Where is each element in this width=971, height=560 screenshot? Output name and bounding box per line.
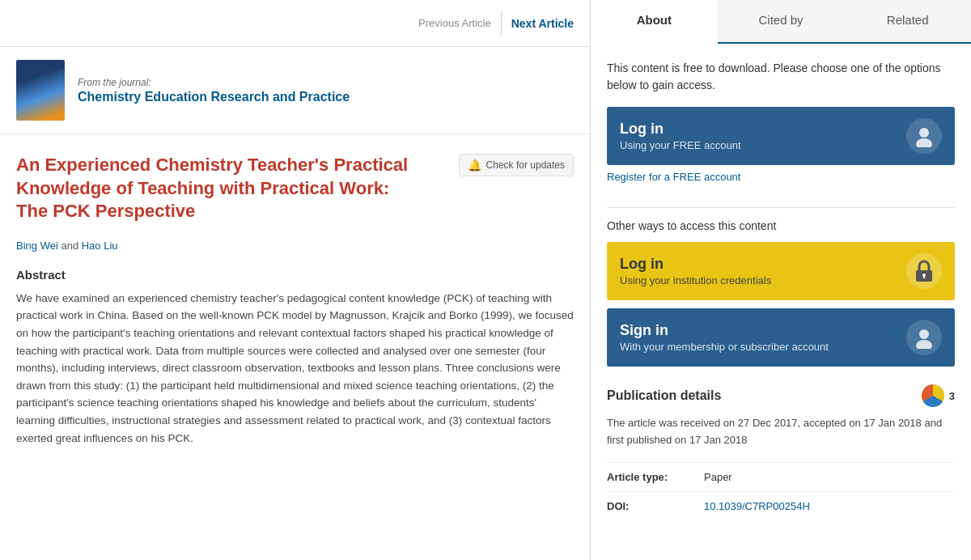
article-body: An Experienced Chemistry Teacher's Pract… (0, 134, 590, 463)
journal-name[interactable]: Chemistry Education Research and Practic… (78, 90, 350, 104)
article-type-label: Article type: (607, 471, 704, 483)
svg-rect-4 (923, 275, 925, 278)
doi-row: DOI: 10.1039/C7RP00254H (607, 491, 955, 520)
register-link[interactable]: Register for a FREE account (607, 171, 740, 183)
title-row: An Experienced Chemistry Teacher's Pract… (16, 154, 574, 236)
check-updates-label: Check for updates (486, 159, 565, 171)
author-hao-liu[interactable]: Hao Liu (82, 240, 118, 252)
login-institution-text: Log in Using your institution credential… (620, 256, 771, 286)
journal-info: From the journal: Chemistry Education Re… (78, 77, 350, 104)
journal-cover-image (16, 60, 65, 121)
access-intro-text: This content is free to download. Please… (607, 60, 955, 94)
abstract-text: We have examined an experienced chemistr… (16, 290, 574, 447)
abstract-section: Abstract We have examined an experienced… (16, 268, 574, 447)
bell-icon: 🔔 (468, 159, 481, 172)
svg-point-5 (919, 329, 929, 339)
article-type-value: Paper (704, 471, 732, 483)
login-institution-title: Log in (620, 256, 771, 273)
author-bing-wei[interactable]: Bing Wei (16, 240, 58, 252)
doi-value[interactable]: 10.1039/C7RP00254H (704, 500, 810, 512)
user-membership-icon (913, 326, 935, 349)
user-icon-free (906, 118, 942, 154)
previous-article-link[interactable]: Previous Article (418, 17, 491, 29)
check-updates-button[interactable]: 🔔 Check for updates (459, 154, 574, 176)
login-free-subtitle: Using your FREE account (620, 139, 741, 151)
tab-cited[interactable]: Cited by (718, 0, 845, 42)
journal-header: From the journal: Chemistry Education Re… (0, 47, 590, 134)
altmetric-badge[interactable]: 3 (922, 384, 955, 407)
right-panel: About Cited by Related This content is f… (591, 0, 971, 560)
login-membership-subtitle: With your membership or subscriber accou… (620, 341, 829, 353)
svg-point-1 (916, 138, 932, 147)
tabs-bar: About Cited by Related (591, 0, 971, 44)
divider-1 (607, 207, 955, 208)
next-article-link[interactable]: Next Article (511, 17, 574, 30)
other-ways-label: Other ways to access this content (607, 219, 955, 232)
lock-icon (913, 259, 935, 283)
altmetric-number: 3 (949, 390, 955, 402)
author-separator: and (61, 240, 81, 252)
doi-label: DOI: (607, 500, 704, 512)
abstract-heading: Abstract (16, 268, 574, 282)
right-content: This content is free to download. Please… (591, 44, 971, 537)
login-membership-title: Sign in (620, 322, 829, 339)
user-silhouette-icon (913, 125, 935, 147)
nav-separator (501, 11, 502, 36)
login-free-title: Log in (620, 121, 741, 138)
tab-related[interactable]: Related (844, 0, 971, 42)
svg-point-0 (919, 128, 929, 138)
article-nav: Previous Article Next Article (0, 0, 590, 47)
pub-date-text: The article was received on 27 Dec 2017,… (607, 415, 955, 449)
login-free-text: Log in Using your FREE account (620, 121, 741, 151)
login-membership-text: Sign in With your membership or subscrib… (620, 322, 829, 353)
article-type-row: Article type: Paper (607, 462, 955, 491)
svg-point-6 (916, 340, 932, 349)
login-institution-box[interactable]: Log in Using your institution credential… (607, 242, 955, 300)
article-title: An Experienced Chemistry Teacher's Pract… (16, 154, 421, 223)
publication-details-section: Publication details 3 The article was re… (607, 384, 955, 520)
lock-icon-wrap (906, 253, 942, 289)
login-membership-box[interactable]: Sign in With your membership or subscrib… (607, 308, 955, 367)
pub-details-title: Publication details (607, 388, 721, 403)
tab-about[interactable]: About (591, 0, 718, 44)
altmetric-donut (922, 384, 944, 407)
left-panel: Previous Article Next Article From the j… (0, 0, 591, 560)
login-free-box[interactable]: Log in Using your FREE account (607, 107, 955, 165)
user-icon-membership (906, 320, 942, 355)
journal-from-label: From the journal: (78, 77, 350, 88)
pub-details-header: Publication details 3 (607, 384, 955, 407)
login-institution-subtitle: Using your institution credentials (620, 274, 771, 286)
authors: Bing Wei and Hao Liu (16, 240, 574, 252)
